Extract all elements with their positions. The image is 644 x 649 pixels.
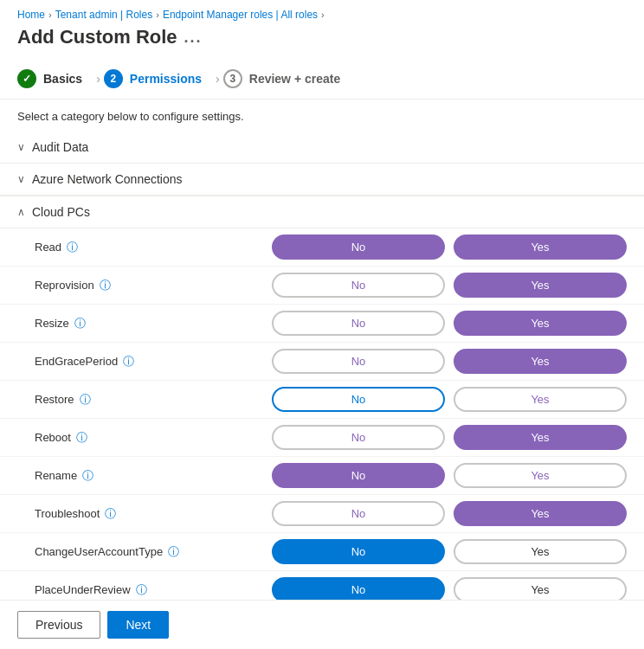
description: Select a category below to configure set… [0,106,644,132]
perm-row-changeuseraccounttype: ChangeUserAccountType ⓘ No Yes [0,533,644,571]
perm-row-endgraceperiod: EndGracePeriod ⓘ No Yes [0,343,644,381]
step-review-label: Review + create [249,72,340,86]
perm-row-troubleshoot: Troubleshoot ⓘ No Yes [0,495,644,533]
toggle-reprovision: No Yes [208,273,627,298]
step-permissions[interactable]: 2 Permissions [104,66,212,92]
toggle-read: No Yes [208,235,627,260]
toggle-endgraceperiod: No Yes [208,349,627,374]
toggle-reboot-no[interactable]: No [272,425,445,450]
toggle-reboot-yes[interactable]: Yes [454,425,627,450]
toggle-changeuseraccounttype-no[interactable]: No [272,539,445,564]
step-review[interactable]: 3 Review + create [223,66,351,92]
perm-row-reprovision: Reprovision ⓘ No Yes [0,267,644,305]
info-icon-restore[interactable]: ⓘ [80,392,91,408]
azure-network-label: Azure Network Connections [32,172,183,186]
info-icon-placeunderreview[interactable]: ⓘ [136,582,147,598]
wizard-steps: ✓ Basics › 2 Permissions › 3 Review + cr… [0,57,644,100]
toggle-endgraceperiod-yes[interactable]: Yes [454,349,627,374]
step-review-circle: 3 [223,69,242,88]
perm-row-rename: Rename ⓘ No Yes [0,457,644,495]
toggle-restore-yes[interactable]: Yes [454,387,627,412]
page-title: Add Custom Role ... [0,26,644,57]
toggle-reprovision-no[interactable]: No [272,273,445,298]
perm-label-read: Read ⓘ [35,240,208,255]
info-icon-endgraceperiod[interactable]: ⓘ [123,354,134,369]
perm-label-troubleshoot: Troubleshoot ⓘ [35,506,208,522]
perm-label-resize: Resize ⓘ [35,316,208,331]
toggle-resize: No Yes [208,311,627,336]
category-audit-data[interactable]: ∨ Audit Data [0,132,644,164]
breadcrumb: Home › Tenant admin | Roles › Endpoint M… [0,0,644,26]
info-icon-rename[interactable]: ⓘ [82,468,93,484]
breadcrumb-tenant[interactable]: Tenant admin | Roles [55,9,153,21]
category-cloud-pcs-section: ∧ Cloud PCs Read ⓘ No Yes Reprovision ⓘ … [0,196,644,647]
perm-label-reboot: Reboot ⓘ [35,430,208,446]
previous-button[interactable]: Previous [17,611,100,639]
toggle-read-yes[interactable]: Yes [454,235,627,260]
perm-label-restore: Restore ⓘ [35,392,208,408]
category-cloud-pcs[interactable]: ∧ Cloud PCs [0,196,644,228]
toggle-endgraceperiod-no[interactable]: No [272,349,445,374]
toggle-troubleshoot-no[interactable]: No [272,501,445,526]
toggle-reprovision-yes[interactable]: Yes [454,273,627,298]
toggle-troubleshoot: No Yes [208,501,627,526]
toggle-resize-yes[interactable]: Yes [454,311,627,336]
toggle-resize-no[interactable]: No [272,311,445,336]
toggle-changeuseraccounttype: No Yes [208,539,627,564]
perm-label-rename: Rename ⓘ [35,468,208,484]
info-icon-resize[interactable]: ⓘ [74,316,86,331]
breadcrumb-endpoint[interactable]: Endpoint Manager roles | All roles [163,9,318,21]
chevron-azure-network: ∨ [17,173,25,185]
info-icon-troubleshoot[interactable]: ⓘ [105,506,116,522]
toggle-rename-yes[interactable]: Yes [454,463,627,488]
toggle-rename-no[interactable]: No [272,463,445,488]
perm-row-read: Read ⓘ No Yes [0,228,644,267]
perm-row-reboot: Reboot ⓘ No Yes [0,419,644,457]
cloud-pcs-label: Cloud PCs [32,205,90,219]
perm-row-resize: Resize ⓘ No Yes [0,305,644,343]
chevron-audit-data: ∨ [17,141,25,153]
toggle-placeunderreview-yes[interactable]: Yes [454,577,627,602]
toggle-restore: No Yes [208,387,627,412]
step-sep-1: › [96,72,100,86]
ellipsis-menu[interactable]: ... [184,29,203,47]
category-azure-network[interactable]: ∨ Azure Network Connections [0,164,644,196]
step-basics-circle: ✓ [17,69,36,88]
info-icon-reprovision[interactable]: ⓘ [100,278,111,293]
toggle-read-no[interactable]: No [272,235,445,260]
chevron-cloud-pcs: ∧ [17,206,25,218]
toggle-placeunderreview-no[interactable]: No [272,577,445,602]
perm-label-endgraceperiod: EndGracePeriod ⓘ [35,354,208,369]
perm-label-reprovision: Reprovision ⓘ [35,278,208,293]
audit-data-label: Audit Data [32,140,88,154]
info-icon-read[interactable]: ⓘ [67,240,78,255]
perm-label-placeunderreview: PlaceUnderReview ⓘ [35,582,208,598]
step-basics[interactable]: ✓ Basics [17,66,93,92]
toggle-placeunderreview: No Yes [208,577,627,602]
breadcrumb-home[interactable]: Home [17,9,45,21]
step-basics-label: Basics [43,72,82,86]
toggle-troubleshoot-yes[interactable]: Yes [454,501,627,526]
info-icon-changeuseraccounttype[interactable]: ⓘ [168,544,179,560]
next-button[interactable]: Next [107,611,169,639]
info-icon-reboot[interactable]: ⓘ [76,430,87,446]
toggle-changeuseraccounttype-yes[interactable]: Yes [454,539,627,564]
step-sep-2: › [216,72,220,86]
toggle-reboot: No Yes [208,425,627,450]
toggle-rename: No Yes [208,463,627,488]
step-permissions-circle: 2 [104,69,123,88]
bottom-bar: Previous Next [0,600,644,649]
step-permissions-label: Permissions [130,72,202,86]
perm-row-restore: Restore ⓘ No Yes [0,381,644,419]
toggle-restore-no[interactable]: No [272,387,445,412]
perm-label-changeuseraccounttype: ChangeUserAccountType ⓘ [35,544,208,560]
